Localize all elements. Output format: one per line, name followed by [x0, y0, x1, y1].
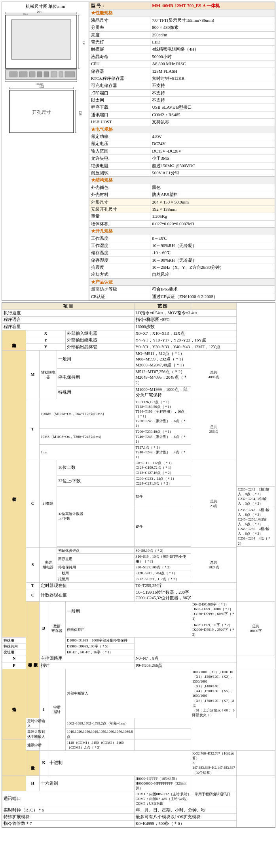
comm-label: 通讯端口 — [2, 791, 135, 807]
k-value: K-32,768~K32.767（16位运算），K-147,483.648~K2… — [191, 751, 236, 776]
interrupt-i-note1 — [237, 669, 275, 718]
timer-t-sub3-value: T127,1点（＊1）T248~T249（累计型），4点（＊1） — [134, 444, 191, 460]
spec-op-temp: 工作温度0～45℃ — [89, 235, 275, 242]
state-s-total: 总共1024点 — [191, 547, 236, 582]
svg-text:50.9: 50.9 — [23, 12, 28, 15]
c-current-letter: C — [26, 589, 40, 601]
timer-t-sub2-value: T200~T239,40点（＊1）T240~T245（累计型），6点（＊1） — [134, 429, 191, 444]
interrupt-i-row3: 高速计数到达中断输入 1010,1020,1030,1040,1050,1060… — [2, 729, 275, 740]
rtc-label: 实时时钟（RTC）＊6 — [2, 807, 135, 813]
interrupt-section: 指针 — [2, 669, 26, 740]
row-c-current: C 计数器现在值 C0~C199,16位计数器，200字C200~C245,32… — [2, 589, 275, 601]
section-elec: ★电气规格 — [89, 126, 275, 133]
spec-volume: 物体体积0.027*0.020*0.0087M3 — [89, 220, 275, 227]
relay-m-sub1-label: 一般用 — [57, 351, 135, 369]
counter-c-sub2-value: C200~C223，24点（＊1）C224~C231,8点（＊2） — [134, 476, 191, 486]
data-d-sub3-value: D1000~D1999，1000字部分是停电保持 — [66, 638, 135, 643]
row-p: P 指针 P0~P265,256点 — [2, 662, 275, 669]
interrupt-i-sub2-label: 定时中断输入 — [26, 718, 48, 729]
state-s-sub1-label: 初始化步进点 — [57, 547, 135, 553]
section-elec-label: ★电气规格 — [89, 126, 275, 133]
n-letter: N — [2, 655, 26, 662]
spec-print: 打印端口不支持 — [89, 89, 275, 96]
col-project: 项 目 — [2, 303, 135, 310]
interrupt-i-sub4-label: 通讯中断 — [26, 740, 48, 750]
h-note — [191, 776, 236, 791]
counter-c-sub2-label: 32位上/下数 — [57, 476, 135, 486]
prog-size-value: 16000步数 — [134, 323, 237, 330]
mechanical-drawing: 204 150 50.9 — [4, 11, 87, 138]
spec-power-off: 允许失电小于3MS — [89, 155, 275, 162]
spec-resolution: 分辨率800 × 480像素 — [89, 24, 275, 31]
comm-value: COM1：内置8RS-232（主站/从站），常用于程序编辑通讯口COM2：内置R… — [134, 791, 237, 807]
counter-c-sub4-type: 硬件 — [134, 507, 191, 546]
counter-c-row1: C 计数器 16位上数 C0~C111，112点（＊1）C128~C199,72… — [2, 460, 275, 476]
row-prog-lang: 程序语言 指令+梯形图+SFC — [2, 317, 275, 323]
section-cert: ★产品认证 — [89, 278, 275, 285]
t-current-letter: T — [26, 582, 40, 589]
state-s-row1: S 步进继电器 初始化步进点 S0~S9,10点（＊2） 总共1024点 — [2, 547, 275, 553]
soft-elem-header: 软元件 M 辅助继电器 一般用 MO~M511，512点（＊1）M68~M999… — [2, 351, 275, 369]
model-label: 型 号： — [89, 2, 150, 9]
interrupt-i-sub1-value: 1000/1001（X0）,1100/1101（X1）,1200/1201（X2… — [191, 669, 236, 718]
counter-c-label: C — [26, 460, 40, 547]
svg-text:192: 192 — [39, 85, 44, 89]
interrupt-i-note3 — [134, 729, 191, 740]
drawing-title: 机械尺寸图 单位:mm — [4, 4, 87, 9]
model-value: MM-40MR-12MT-700_ES-A 一体机 — [150, 2, 275, 9]
spec-ce: CE认证通过CE认证（EN61000-6-2:200S） — [89, 293, 275, 300]
counter-c-total: 总共23点 — [191, 460, 236, 547]
svg-rect-19 — [65, 72, 75, 77]
svg-rect-12 — [9, 72, 17, 77]
io-header: 输入输出 X 外部输入继电器 X0~X7，X10~X13，12X点 — [2, 330, 275, 337]
t-current-value: T0~T255,256字 — [134, 582, 237, 589]
p-value: P0~P265,256点 — [134, 662, 237, 669]
spec-voltage: 额定电压DC24V — [89, 140, 275, 147]
data-d-desc: 数据寄存器 — [48, 602, 66, 655]
spec-cooling: 冷却方式自然风冷 — [89, 271, 275, 278]
spec-comm-port: 通讯端口COM2：RS485 — [89, 111, 275, 118]
data-d-sub5-value: E0~E7，F0~F7，16字（＊1） — [66, 649, 135, 655]
specs-table: 型 号： MM-40MR-12MT-700_ES-A 一体机 ★性能规格 液晶尺… — [89, 2, 275, 300]
main-table: 项 目 范 围 执行速度 LD指令=0.54us，MOV指令=3.4us 程序语… — [2, 303, 275, 827]
spec-material: 外壳材料防火ABS塑料 — [89, 191, 275, 198]
counter-c-desc: 计数器 — [40, 460, 57, 547]
bottom-section: 项 目 范 围 执行速度 LD指令=0.54us，MOV指令=3.4us 程序语… — [2, 302, 275, 828]
io-y1-label: Y — [26, 337, 66, 343]
counter-c-sub1-value: C0~C111，112点（＊1）C128~C199,72点（＊1）C112~C1… — [134, 460, 191, 476]
spec-insulation: 绝缘电阻超过150MΩ @500VDC — [89, 162, 275, 169]
state-s-sub2-value: S10~S19，10点（按距IST指令使用）（＊2） — [134, 553, 191, 564]
data-d-sub2-value: D408~D599,192字（＊2）D2000~D3919，2920字（＊2） — [191, 622, 236, 637]
rtc-value: 年、月、日、星期、小时、分钟、秒 — [134, 807, 237, 813]
n-label: 主控回路用 — [40, 655, 135, 662]
row-h: H 十六进制 H0000~HFFFF（16位运算）H00000000~HFFFF… — [2, 776, 275, 791]
row-expansion: 特殊扩展模块 最多可有八个模块以1/OS扩充模块 — [2, 813, 275, 820]
c-current-label: 计数器现在值 — [40, 589, 135, 601]
section-opening: ★开孔规格 — [89, 228, 275, 235]
spec-download: 程序下载USB SLAVE B型接口 — [89, 104, 275, 111]
row-k: 常数 K 十进制 K-32,768~K32.767（16位运算），K-147,4… — [2, 751, 275, 776]
state-s-sub3-label: 停电保持用 — [57, 564, 135, 570]
k-letter: K — [40, 751, 48, 776]
io-section-label: 输入输出 — [2, 330, 26, 351]
io-y2-value: Y0~Y3，Y30~Y33，Y40~Y43，12MT，12Y点 — [134, 344, 237, 351]
row-exec-speed: 执行速度 LD指令=0.54us，MOV指令=3.4us — [2, 310, 275, 317]
spec-outer-dim: 外形尺寸204 × 150 × 50.9mm — [89, 198, 275, 206]
io-y2-label: Y — [26, 344, 66, 351]
counter-c-sub3-value: C235~C242，1相1输入，8点（＊2）C232~C234,1相2输入，3点… — [237, 486, 275, 507]
relay-m-sub3-label: 特殊用 — [57, 387, 135, 399]
expansion-value: 最多可有八个模块以1/OS扩充模块 — [134, 813, 237, 820]
section-struct: ★结构规格 — [89, 177, 275, 184]
relay-m-sub1-value: MO~M511，512点（＊1）M68~M999，232点（＊1）M2000~M… — [134, 351, 191, 369]
timer-t-sub2-label: 10MS（M1038=On，T200~T245为1ms） — [40, 429, 135, 444]
h-value: H0000~HFFFF（16位运算）H00000000~HFFFFFFFF（32… — [134, 776, 191, 791]
relay-m-total: 总共4096点 — [191, 351, 236, 399]
n-value: N0~N7，8点 — [134, 655, 237, 662]
soft-elem-label: 软元件 — [2, 351, 26, 638]
relay-m-sub2-label: 停电保持用 — [57, 368, 135, 387]
counter-c-sub4-value: C235~C242，1相1输入，8点（＊2）C245~C250,1相2输入，6点… — [237, 507, 275, 546]
spec-color: 外壳颜色黑色 — [89, 184, 275, 191]
timer-t-label: T — [26, 399, 40, 460]
counter-c-sub1-label: 16位上数 — [57, 460, 135, 476]
data-d-header: 数据寄存器 D 数据寄存器 一般用 D0~D407,408字（＊1）D600~D… — [2, 602, 275, 622]
